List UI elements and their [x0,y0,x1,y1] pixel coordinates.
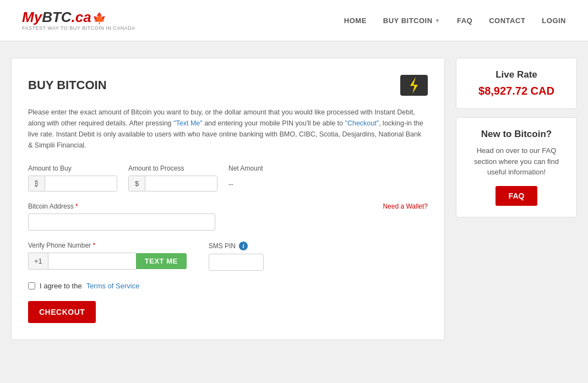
nav-faq[interactable]: FAQ [457,17,472,25]
amount-to-buy-input[interactable] [45,176,117,191]
net-amount-label: Net Amount [228,165,263,172]
phone-label: Verify Phone Number * [28,242,187,249]
chevron-down-icon: ▼ [435,18,440,24]
bitcoin-address-row: Bitcoin Address * Need a Wallet? [28,203,428,231]
terms-checkbox[interactable] [28,282,35,289]
amount-to-process-label: Amount to Process [128,165,217,172]
terms-row: I agree to the Terms of Service [28,282,428,290]
new-to-bitcoin-card: New to Bitcoin? Head on over to our FAQ … [456,117,577,217]
new-to-bitcoin-desc: Head on over to our FAQ section where yo… [467,145,565,178]
need-wallet-link[interactable]: Need a Wallet? [383,203,428,210]
phone-group: Verify Phone Number * +1 TEXT ME [28,242,187,270]
buy-panel-header: BUY BITCOIN [28,75,428,96]
sms-label: SMS PIN [209,242,236,250]
faq-button[interactable]: FAQ [496,186,538,206]
required-indicator: * [75,203,78,210]
sms-group: SMS PIN i [209,242,264,271]
bitcoin-prefix-icon: ₿ [29,176,45,191]
nav-login[interactable]: LOGIN [542,17,566,25]
text-me-link[interactable]: "Text Me" [173,119,203,127]
amount-fields-row: Amount to Buy ₿ Amount to Process $ Net … [28,165,428,192]
info-icon[interactable]: i [239,242,248,250]
new-to-bitcoin-title: New to Bitcoin? [467,129,565,140]
phone-input-row: +1 TEXT ME [28,253,187,270]
checkout-link[interactable]: "Checkout" [345,119,379,127]
sms-label-row: SMS PIN i [209,242,264,250]
buy-title: BUY BITCOIN [28,78,107,92]
logo-my: My [22,9,42,25]
nav-home[interactable]: HOME [344,17,367,25]
main-content: BUY BITCOIN Please enter the exact amoun… [0,58,588,340]
logo-ca: .ca [72,9,91,25]
text-me-button[interactable]: TEXT ME [136,253,187,269]
sms-pin-input[interactable] [209,254,264,271]
buy-panel: BUY BITCOIN Please enter the exact amoun… [11,58,445,340]
logo-area: MyBTC.ca🍁 FASTEST WAY TO BUY BITCOIN IN … [22,10,135,31]
phone-input[interactable] [48,253,136,270]
terms-link[interactable]: Terms of Service [86,282,140,290]
live-rate-title: Live Rate [467,69,565,80]
checkout-button[interactable]: CHECKOUT [28,301,96,323]
amount-to-buy-label: Amount to Buy [28,165,117,172]
net-amount-group: Net Amount -- [228,165,263,188]
phone-prefix: +1 [28,253,48,270]
phone-row: Verify Phone Number * +1 TEXT ME SMS PIN… [28,242,428,271]
logo-btc: BTC [42,9,71,25]
phone-required-indicator: * [92,242,95,249]
logo[interactable]: MyBTC.ca🍁 [22,10,135,24]
header: MyBTC.ca🍁 FASTEST WAY TO BUY BITCOIN IN … [0,0,588,41]
bitcoin-address-input[interactable] [28,214,215,231]
nav-buy-bitcoin[interactable]: BUY BITCOIN ▼ [383,17,440,25]
amount-to-process-input-wrapper: $ [128,176,217,192]
live-rate-card: Live Rate $8,927.72 CAD [456,58,577,109]
net-amount-value: -- [228,176,263,188]
description: Please enter the exact amount of Bitcoin… [28,107,428,151]
sidebar: Live Rate $8,927.72 CAD New to Bitcoin? … [456,58,577,340]
dollar-prefix-icon: $ [129,176,145,191]
nav-contact[interactable]: CONTACT [489,17,525,25]
maple-icon: 🍁 [92,12,106,24]
lightning-icon [400,75,428,96]
amount-to-process-group: Amount to Process $ [128,165,217,192]
live-rate-value: $8,927.72 CAD [467,85,565,97]
amount-to-buy-group: Amount to Buy ₿ [28,165,117,192]
bitcoin-address-label: Bitcoin Address * [28,203,78,210]
amount-to-buy-input-wrapper: ₿ [28,176,117,192]
terms-text: I agree to the [40,282,82,290]
address-label-row: Bitcoin Address * Need a Wallet? [28,203,428,210]
main-nav: HOME BUY BITCOIN ▼ FAQ CONTACT LOGIN [344,17,566,25]
amount-to-process-input[interactable] [145,176,217,191]
logo-tagline: FASTEST WAY TO BUY BITCOIN IN CANADA [22,25,135,31]
